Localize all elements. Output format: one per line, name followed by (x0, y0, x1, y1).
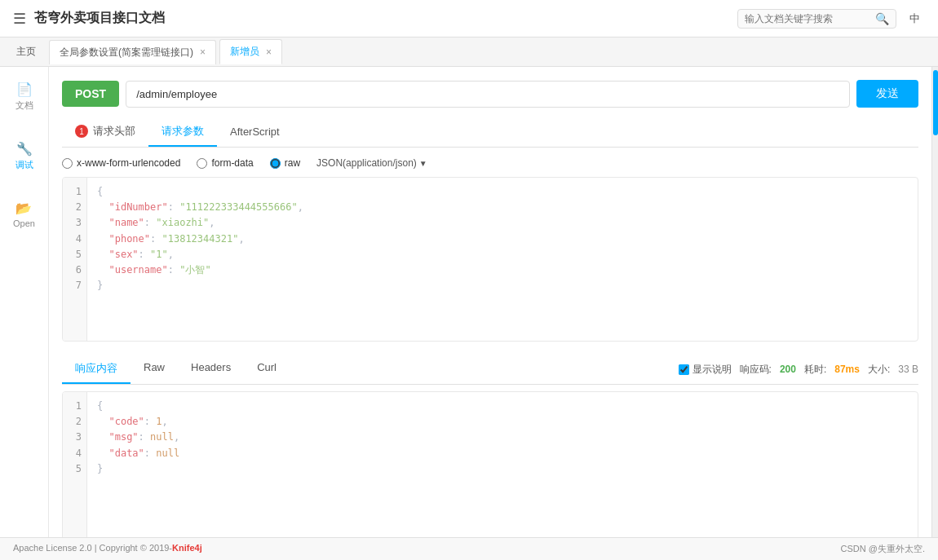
tab-home[interactable]: 主页 (7, 40, 46, 64)
search-box: 🔍 (737, 9, 896, 29)
request-code-editor[interactable]: 1 2 3 4 5 6 7 { "idNumber": "11122233344… (62, 177, 918, 342)
debug-icon: 🔧 (16, 141, 33, 157)
tab-headers[interactable]: Headers (178, 355, 244, 384)
sidebar-item-docs[interactable]: 📄 文档 (12, 75, 37, 118)
tab-request-headers[interactable]: 1 请求头部 (62, 117, 148, 147)
tab-response-content[interactable]: 响应内容 (62, 355, 131, 384)
send-button[interactable]: 发送 (856, 80, 918, 108)
radio-form-data[interactable]: form-data (197, 157, 253, 169)
url-input[interactable] (126, 81, 850, 108)
size-label: 大小: (868, 363, 890, 377)
tab-raw[interactable]: Raw (131, 355, 178, 384)
tab-close-1[interactable]: × (200, 46, 206, 58)
tab-bar: 主页 全局参数设置(简案需理链接口) × 新增员 × (0, 37, 938, 67)
scroll-thumb[interactable] (933, 70, 938, 135)
size-value: 33 B (898, 364, 918, 375)
right-scrollbar[interactable] (931, 67, 938, 537)
footer-license: Apache License 2.0 | Copyright © 2019-Kn… (13, 543, 202, 555)
footer: Apache License 2.0 | Copyright © 2019-Kn… (0, 537, 938, 560)
response-code-content: { "code": 1, "msg": null, "data": null } (87, 392, 918, 537)
content-area: POST 发送 1 请求头部 请求参数 AfterScript (49, 67, 931, 537)
response-header: 响应内容 Raw Headers Curl 显示说明 (62, 355, 918, 385)
code-content[interactable]: { "idNumber": "111222333444555666", "nam… (87, 178, 918, 341)
footer-brand[interactable]: Knife4j (172, 543, 202, 553)
tab-global-params[interactable]: 全局参数设置(简案需理链接口) × (49, 40, 216, 64)
line-numbers: 1 2 3 4 5 6 7 (63, 178, 87, 341)
search-icon: 🔍 (875, 12, 889, 25)
tab-close-2[interactable]: × (266, 46, 272, 58)
response-code-editor: 1 2 3 4 5 { "code": 1, "msg": null, "dat… (62, 391, 918, 537)
response-tabs: 响应内容 Raw Headers Curl (62, 355, 290, 384)
search-input[interactable] (745, 13, 875, 24)
tab-curl[interactable]: Curl (244, 355, 290, 384)
tab-request-params[interactable]: 请求参数 (148, 117, 217, 147)
section-tabs: 1 请求头部 请求参数 AfterScript (62, 117, 918, 148)
sidebar-item-open[interactable]: 📂 Open (10, 194, 38, 235)
radio-urlencoded[interactable]: x-www-form-urlencoded (62, 157, 180, 169)
sidebar: 📄 文档 🔧 调试 📂 Open (0, 67, 49, 537)
hamburger-icon[interactable]: ☰ (13, 10, 26, 28)
docs-icon: 📄 (16, 82, 33, 97)
sidebar-item-debug[interactable]: 🔧 调试 (12, 134, 37, 178)
body-type-row: x-www-form-urlencoded form-data raw JSON… (62, 157, 918, 169)
badge: 1 (75, 125, 88, 138)
open-icon: 📂 (15, 201, 32, 216)
lang-button[interactable]: 中 (905, 10, 925, 28)
json-type-dropdown[interactable]: JSON(application/json) ▼ (316, 157, 427, 169)
radio-raw[interactable]: raw (270, 157, 300, 169)
footer-right: CSDN @失重外太空. (841, 543, 925, 555)
status-code: 200 (780, 364, 796, 375)
time-value: 87ms (834, 364, 860, 375)
response-line-numbers: 1 2 3 4 5 (63, 392, 87, 537)
dropdown-arrow-icon: ▼ (419, 159, 427, 168)
time-label: 耗时: (804, 363, 826, 377)
method-button[interactable]: POST (62, 81, 119, 107)
app-title: 苍穹外卖项目接口文档 (34, 10, 165, 27)
show-desc-checkbox[interactable]: 显示说明 (679, 363, 732, 377)
tab-new-employee[interactable]: 新增员 × (219, 39, 282, 64)
response-meta: 显示说明 响应码: 200 耗时: 87ms 大小: 33 B (679, 363, 918, 377)
tab-afterscript[interactable]: AfterScript (217, 119, 293, 146)
request-bar: POST 发送 (62, 80, 918, 108)
status-label: 响应码: (740, 363, 772, 377)
